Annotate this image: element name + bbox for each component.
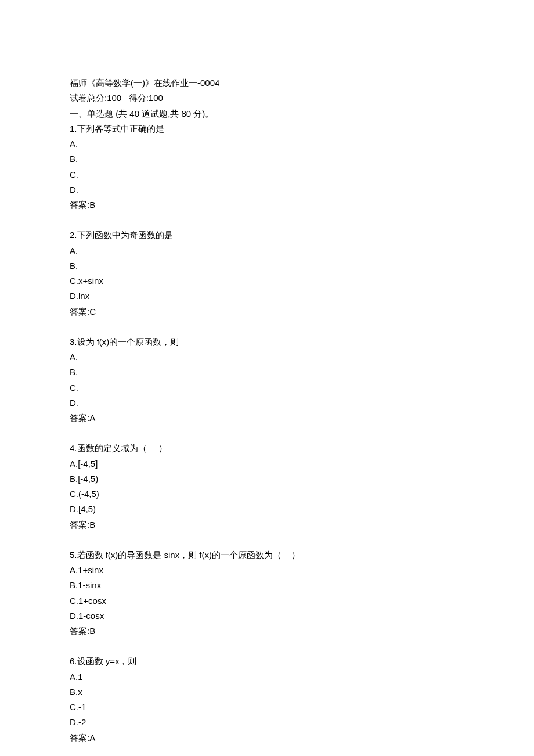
option-d: D.-2 [70,715,464,730]
answer-line: 答案:B [70,624,464,639]
option-b: B.x [70,685,464,700]
section-title: 一、单选题 (共 40 道试题,共 80 分)。 [70,106,464,121]
question-text: 3.设为 f(x)的一个原函数，则 [70,334,464,350]
header-block: 福师《高等数学(一)》在线作业一-0004 试卷总分:100 得分:100 一、… [70,75,464,213]
option-c: C. [70,380,464,395]
question-block: 4.函数的定义域为（ ） A.[-4,5] B.[-4,5) C.(-4,5) … [70,441,464,532]
answer-line: 答案:C [70,304,464,319]
question-text: 6.设函数 y=x，则 [70,654,464,669]
document-page: 福师《高等数学(一)》在线作业一-0004 试卷总分:100 得分:100 一、… [0,0,534,756]
question-text: 1.下列各等式中正确的是 [70,121,464,136]
option-b: B.1-sinx [70,578,464,593]
option-b: B. [70,365,464,380]
question-block: 6.设函数 y=x，则 A.1 B.x C.-1 D.-2 答案:A [70,654,464,746]
option-a: A. [70,350,464,365]
option-c: C.1+cosx [70,593,464,609]
option-c: C.(-4,5) [70,487,464,502]
option-d: D.[4,5) [70,502,464,517]
question-text: 2.下列函数中为奇函数的是 [70,228,464,243]
answer-line: 答案:B [70,517,464,532]
question-text: 5.若函数 f(x)的导函数是 sinx，则 f(x)的一个原函数为（ ） [70,548,464,563]
option-c: C.-1 [70,700,464,715]
option-a: A. [70,136,464,152]
option-b: B.[-4,5) [70,471,464,487]
option-b: B. [70,258,464,273]
option-a: A.[-4,5] [70,456,464,471]
option-d: D.1-cosx [70,609,464,624]
question-text: 4.函数的定义域为（ ） [70,441,464,456]
question-block: 3.设为 f(x)的一个原函数，则 A. B. C. D. 答案:A [70,334,464,426]
option-d: D.lnx [70,289,464,304]
question-block: 2.下列函数中为奇函数的是 A. B. C.x+sinx D.lnx 答案:C [70,228,464,319]
option-a: A.1 [70,669,464,685]
answer-line: 答案:A [70,411,464,426]
option-c: C. [70,167,464,182]
option-b: B. [70,152,464,167]
option-a: A.1+sinx [70,563,464,578]
answer-line: 答案:A [70,730,464,746]
option-a: A. [70,243,464,258]
score-line: 试卷总分:100 得分:100 [70,91,464,106]
option-d: D. [70,182,464,197]
question-block: 5.若函数 f(x)的导函数是 sinx，则 f(x)的一个原函数为（ ） A.… [70,548,464,639]
option-d: D. [70,395,464,411]
option-c: C.x+sinx [70,273,464,289]
course-title: 福师《高等数学(一)》在线作业一-0004 [70,75,464,91]
answer-line: 答案:B [70,197,464,213]
